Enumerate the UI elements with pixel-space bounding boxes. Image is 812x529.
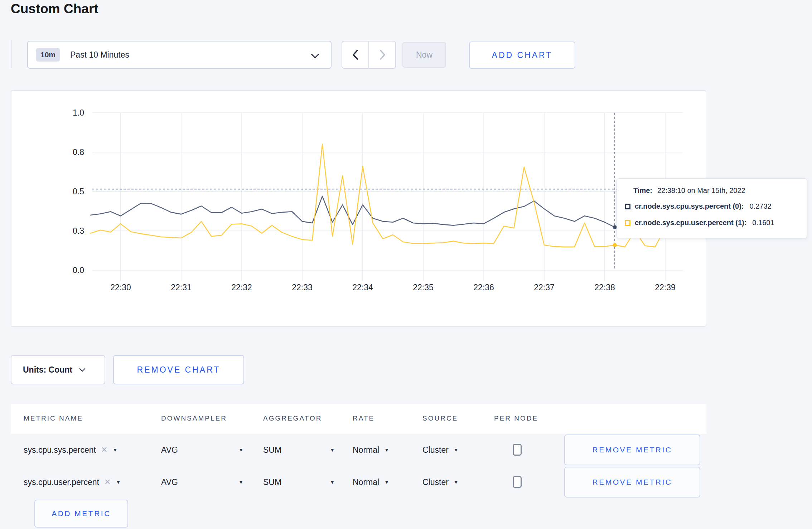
- caret-down-icon: ▼: [384, 447, 389, 453]
- aggregator-value: SUM: [263, 477, 281, 487]
- svg-text:22:39: 22:39: [655, 283, 676, 292]
- per-node-checkbox[interactable]: [513, 476, 522, 488]
- downsampler-value: AVG: [161, 445, 178, 455]
- rate-value: Normal: [353, 445, 379, 455]
- caret-down-icon: ▼: [330, 479, 335, 485]
- metric-name-select[interactable]: sys.cpu.sys.percent ✕ ▼: [24, 434, 117, 466]
- chart-card: 0.00.30.50.81.022:3022:3122:3222:3322:34…: [11, 90, 706, 327]
- per-node-checkbox[interactable]: [513, 444, 522, 456]
- tooltip-series-row: cr.node.sys.cpu.sys.percent (0): 0.2732: [625, 202, 772, 210]
- timeseries-chart[interactable]: 0.00.30.50.81.022:3022:3122:3222:3322:34…: [11, 91, 706, 326]
- toolbar-divider: [11, 40, 11, 68]
- svg-text:0.8: 0.8: [73, 147, 84, 157]
- custom-chart-page: Custom Chart 10m Past 10 Minutes Now ADD…: [0, 0, 812, 529]
- source-select[interactable]: Cluster ▼: [422, 434, 459, 466]
- caret-down-icon: ▼: [384, 479, 389, 485]
- metric-name-value: sys.cpu.sys.percent: [24, 445, 96, 455]
- units-label: Units: Count: [23, 365, 72, 375]
- now-button[interactable]: Now: [402, 42, 446, 68]
- clear-metric-icon[interactable]: ✕: [101, 445, 107, 455]
- chevron-right-icon: [378, 48, 387, 61]
- caret-down-icon: ▼: [238, 479, 243, 485]
- units-select[interactable]: Units: Count: [11, 355, 105, 384]
- source-value: Cluster: [422, 445, 449, 455]
- tooltip-series-value: 0.2732: [750, 202, 772, 210]
- page-title: Custom Chart: [11, 1, 98, 16]
- tooltip-series-row: cr.node.sys.cpu.user.percent (1): 0.1601: [625, 219, 774, 227]
- metric-row: sys.cpu.user.percent ✕ ▼ AVG ▼ SUM ▼ Nor…: [0, 466, 812, 498]
- col-header-source: SOURCE: [422, 414, 458, 422]
- source-value: Cluster: [422, 477, 449, 487]
- caret-down-icon: ▼: [238, 447, 243, 453]
- add-metric-button[interactable]: ADD METRIC: [34, 500, 128, 528]
- svg-text:22:31: 22:31: [171, 283, 192, 292]
- downsampler-select[interactable]: AVG ▼: [161, 466, 243, 498]
- svg-text:0.3: 0.3: [73, 226, 84, 236]
- chart-tooltip: Time:22:38:10 on Mar 15th, 2022 cr.node.…: [617, 178, 807, 238]
- caret-down-icon: ▼: [454, 447, 459, 453]
- remove-metric-button[interactable]: REMOVE METRIC: [564, 467, 700, 498]
- svg-text:22:35: 22:35: [413, 283, 434, 292]
- tooltip-series-label: cr.node.sys.cpu.user.percent (1):: [635, 219, 746, 227]
- rate-select[interactable]: Normal ▼: [353, 466, 389, 498]
- caret-down-icon: ▼: [116, 479, 121, 485]
- caret-down-icon: ▼: [454, 479, 459, 485]
- svg-text:22:32: 22:32: [231, 283, 252, 292]
- metric-row: sys.cpu.sys.percent ✕ ▼ AVG ▼ SUM ▼ Norm…: [0, 434, 812, 466]
- svg-text:22:33: 22:33: [292, 283, 313, 292]
- next-time-button[interactable]: [369, 42, 395, 68]
- prev-time-button[interactable]: [342, 42, 369, 68]
- col-header-downsampler: DOWNSAMPLER: [161, 414, 227, 422]
- clear-metric-icon[interactable]: ✕: [104, 477, 111, 487]
- caret-down-icon: ▼: [112, 447, 117, 453]
- svg-text:22:37: 22:37: [534, 283, 555, 292]
- svg-text:0.0: 0.0: [73, 266, 84, 275]
- tooltip-series-label: cr.node.sys.cpu.sys.percent (0):: [635, 202, 744, 210]
- tooltip-time-row: Time:22:38:10 on Mar 15th, 2022: [633, 186, 745, 195]
- svg-text:0.5: 0.5: [73, 187, 84, 196]
- time-range-label: Past 10 Minutes: [70, 50, 129, 60]
- tooltip-time-value: 22:38:10 on Mar 15th, 2022: [657, 186, 745, 194]
- downsampler-value: AVG: [161, 477, 178, 487]
- series-swatch-icon: [625, 220, 630, 226]
- svg-text:22:34: 22:34: [352, 283, 373, 292]
- time-nav-arrows: [342, 41, 396, 69]
- col-header-per-node: PER NODE: [494, 414, 538, 422]
- aggregator-value: SUM: [263, 445, 281, 455]
- chevron-down-icon: [79, 366, 85, 372]
- caret-down-icon: ▼: [330, 447, 335, 453]
- col-header-rate: RATE: [353, 414, 374, 422]
- rate-select[interactable]: Normal ▼: [353, 434, 389, 466]
- downsampler-select[interactable]: AVG ▼: [161, 434, 243, 466]
- metric-name-value: sys.cpu.user.percent: [24, 477, 99, 487]
- remove-metric-button[interactable]: REMOVE METRIC: [564, 435, 700, 465]
- time-range-badge: 10m: [36, 48, 60, 62]
- metrics-table-header: METRIC NAME DOWNSAMPLER AGGREGATOR RATE …: [11, 404, 706, 434]
- svg-text:22:38: 22:38: [594, 283, 615, 292]
- aggregator-select[interactable]: SUM ▼: [263, 434, 335, 466]
- svg-text:22:36: 22:36: [473, 283, 494, 292]
- chevron-down-icon: [311, 50, 319, 59]
- rate-value: Normal: [353, 477, 379, 487]
- metric-name-select[interactable]: sys.cpu.user.percent ✕ ▼: [24, 466, 121, 498]
- svg-text:22:30: 22:30: [110, 283, 131, 292]
- col-header-metric-name: METRIC NAME: [24, 414, 83, 422]
- time-range-select[interactable]: 10m Past 10 Minutes: [27, 41, 332, 69]
- remove-chart-button[interactable]: REMOVE CHART: [113, 355, 244, 384]
- col-header-aggregator: AGGREGATOR: [263, 414, 322, 422]
- aggregator-select[interactable]: SUM ▼: [263, 466, 335, 498]
- source-select[interactable]: Cluster ▼: [422, 466, 459, 498]
- tooltip-time-label: Time:: [633, 186, 652, 194]
- tooltip-series-value: 0.1601: [752, 219, 774, 227]
- add-chart-button[interactable]: ADD CHART: [469, 42, 575, 69]
- svg-text:1.0: 1.0: [73, 108, 84, 117]
- series-swatch-icon: [625, 204, 630, 209]
- chevron-left-icon: [351, 48, 360, 61]
